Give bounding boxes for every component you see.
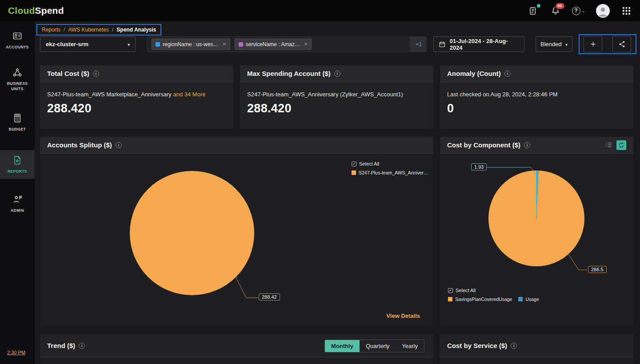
user-avatar[interactable]	[596, 4, 610, 18]
filter-chip-service[interactable]: serviceName : Amaz…	[235, 39, 312, 50]
add-widget-button[interactable]	[584, 36, 602, 52]
filter-chip-region[interactable]: regionName : us-wes…	[152, 39, 230, 50]
filter-color-swatch	[156, 42, 160, 47]
card-header: Anomaly (Count)	[440, 65, 633, 82]
breadcrumb-separator: /	[64, 27, 65, 33]
share-icon	[618, 40, 626, 48]
info-icon[interactable]	[116, 142, 122, 148]
help-icon	[572, 7, 580, 15]
legend-select-all[interactable]: Select All	[352, 161, 429, 166]
table-view-icon[interactable]	[605, 141, 612, 149]
chevron-down-icon	[124, 41, 130, 47]
card-title: Accounts Splitup ($)	[47, 141, 112, 149]
sidebar-label: ADMIN	[0, 208, 35, 214]
toggle-quarterly[interactable]: Quarterly	[360, 340, 396, 352]
remove-filter-icon[interactable]	[222, 42, 226, 47]
breadcrumb-reports-link[interactable]: Reports	[42, 27, 60, 33]
whats-new-button[interactable]	[528, 5, 539, 16]
business-units-icon	[12, 67, 22, 77]
sidebar-item-budget[interactable]: BUDGET	[0, 113, 35, 132]
cost-by-component-pie[interactable]	[488, 170, 584, 266]
usage-callout-label: 1.93	[471, 163, 487, 170]
info-icon[interactable]	[511, 343, 517, 349]
cost-by-service-card: Cost by Service ($)	[440, 334, 633, 364]
notepad-icon	[528, 6, 538, 16]
card-title: Anomaly (Count)	[447, 70, 501, 77]
notifications-button[interactable]: 60	[550, 5, 561, 16]
info-icon[interactable]	[93, 71, 99, 77]
sidebar-label: ACCOUNTS	[0, 45, 35, 50]
whats-new-dot	[537, 4, 540, 8]
topbar-actions: 60	[528, 4, 632, 18]
accounts-icon	[12, 31, 22, 41]
legend-item[interactable]: S247-Plus-team_AWS_Annivers…	[352, 170, 429, 175]
card-body: Last checked on Aug 28, 2024, 2:28:46 PM…	[440, 82, 633, 115]
cost-by-component-chart: 1.93 286.5 Select All SavingsPlanCovered…	[440, 154, 633, 326]
kpi-account-name: S247-Plus-team_AWS Marketplace_Anniversa…	[47, 91, 172, 98]
cloudspend-app: CloudSpend 60	[0, 0, 640, 364]
toggle-monthly[interactable]: Monthly	[325, 340, 360, 352]
savings-callout-label: 286.5	[588, 266, 607, 273]
sidebar-item-reports[interactable]: REPORTS	[0, 150, 35, 179]
card-header-actions	[605, 140, 626, 150]
calendar-icon	[439, 41, 446, 48]
checkbox-checked-icon[interactable]	[448, 288, 453, 293]
date-range-value: 01-Jul-2024 - 28-Aug-2024	[450, 38, 519, 51]
select-all-label: Select All	[456, 288, 476, 293]
share-button[interactable]	[612, 36, 631, 52]
chevron-down-icon	[582, 8, 585, 13]
remove-filter-icon[interactable]	[304, 42, 308, 47]
info-icon[interactable]	[334, 71, 340, 77]
info-icon[interactable]	[524, 142, 530, 148]
card-title: Cost by Component ($)	[447, 141, 520, 149]
legend-select-all[interactable]: Select All	[448, 288, 539, 293]
card-header: Cost by Service ($)	[440, 334, 633, 357]
trend-card: Trend ($) Monthly Quarterly Yearly	[40, 334, 433, 364]
card-title: Max Spending Account ($)	[247, 70, 331, 77]
filter-bar[interactable]: regionName : us-wes… serviceName : Amaz……	[147, 36, 427, 52]
card-title: Cost by Service ($)	[447, 342, 507, 349]
filter-chip-label: serviceName : Amaz…	[246, 41, 300, 47]
kpi-more-link[interactable]: and 34 More	[173, 91, 205, 98]
view-details-link[interactable]: View Details	[386, 313, 420, 319]
legend-item[interactable]: SavingsPlanCoveredUsage	[448, 297, 512, 302]
info-icon[interactable]	[504, 71, 511, 77]
filter-chip-label: regionName : us-wes…	[163, 41, 218, 47]
legend-item-label: Usage	[525, 297, 539, 302]
cost-type-value: Blended	[540, 41, 562, 47]
date-range-picker[interactable]: 01-Jul-2024 - 28-Aug-2024	[433, 36, 524, 52]
more-filters-badge[interactable]: +1	[411, 37, 426, 51]
scheduled-time-link[interactable]: 2:30 PM	[7, 350, 25, 355]
cloudspend-logo[interactable]: CloudSpend	[8, 5, 64, 16]
legend-color-swatch	[352, 170, 356, 175]
sidebar-item-accounts[interactable]: ACCOUNTS	[0, 31, 35, 50]
card-body: S247-Plus-team_AWS Marketplace_Anniversa…	[40, 82, 233, 115]
cluster-dropdown[interactable]: ekz-cluster-srm	[40, 36, 136, 52]
chart-legend: Select All SavingsPlanCoveredUsage Usage	[448, 288, 539, 302]
cost-type-dropdown[interactable]: Blended	[536, 36, 572, 52]
chart-switch-icon[interactable]	[616, 140, 626, 150]
breadcrumb-group-link[interactable]: AWS Kubernetes	[68, 27, 109, 33]
logo-part-cloud: Cloud	[8, 5, 35, 16]
info-icon[interactable]	[79, 343, 85, 349]
kpi-value: 288.420	[47, 102, 226, 115]
card-header: Trend ($) Monthly Quarterly Yearly	[40, 334, 433, 357]
chevron-down-icon	[562, 41, 568, 47]
admin-icon	[12, 194, 22, 204]
accounts-splitup-pie[interactable]	[130, 171, 254, 295]
person-icon	[596, 5, 609, 18]
select-all-label: Select All	[359, 161, 379, 166]
trend-chart-area	[40, 357, 433, 364]
accounts-splitup-chart: 288.42 Select All S247-Plus-team_AWS_Ann…	[40, 154, 433, 326]
apps-grid-icon	[622, 7, 631, 15]
max-spending-card: Max Spending Account ($) S247-Plus-team_…	[240, 65, 433, 129]
sidebar-item-admin[interactable]: ADMIN	[0, 194, 35, 214]
apps-grid-button[interactable]	[620, 5, 632, 16]
help-menu-button[interactable]	[572, 7, 585, 15]
legend-item[interactable]: Usage	[518, 297, 539, 302]
toggle-yearly[interactable]: Yearly	[396, 340, 424, 352]
accounts-splitup-card: Accounts Splitup ($) 288.42 Select All	[40, 137, 433, 326]
sidebar-item-business-units[interactable]: BUSINESS UNITS	[0, 67, 35, 92]
legend-item-label: S247-Plus-team_AWS_Annivers…	[359, 170, 429, 175]
checkbox-checked-icon[interactable]	[352, 162, 356, 166]
